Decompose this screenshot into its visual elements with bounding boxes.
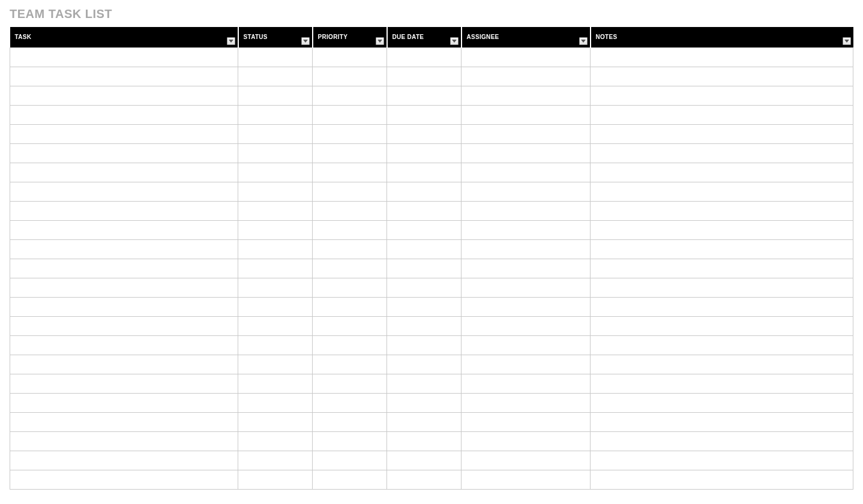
table-cell[interactable]: [238, 67, 313, 86]
table-cell[interactable]: [591, 451, 853, 470]
table-cell[interactable]: [591, 355, 853, 374]
table-cell[interactable]: [462, 335, 591, 355]
table-cell[interactable]: [387, 163, 462, 182]
table-cell[interactable]: [462, 201, 591, 220]
table-cell[interactable]: [591, 124, 853, 143]
table-cell[interactable]: [313, 105, 387, 124]
table-cell[interactable]: [238, 220, 313, 239]
table-cell[interactable]: [238, 316, 313, 335]
table-cell[interactable]: [387, 220, 462, 239]
table-cell[interactable]: [313, 278, 387, 297]
table-cell[interactable]: [387, 278, 462, 297]
table-cell[interactable]: [462, 412, 591, 431]
table-cell[interactable]: [238, 239, 313, 259]
table-cell[interactable]: [462, 431, 591, 451]
table-cell[interactable]: [387, 105, 462, 124]
table-cell[interactable]: [10, 316, 238, 335]
table-cell[interactable]: [387, 47, 462, 67]
table-cell[interactable]: [462, 67, 591, 86]
table-cell[interactable]: [238, 355, 313, 374]
table-cell[interactable]: [591, 47, 853, 67]
table-cell[interactable]: [238, 259, 313, 278]
table-cell[interactable]: [10, 220, 238, 239]
table-cell[interactable]: [462, 297, 591, 316]
table-cell[interactable]: [462, 470, 591, 489]
table-cell[interactable]: [462, 163, 591, 182]
table-cell[interactable]: [10, 412, 238, 431]
table-cell[interactable]: [313, 47, 387, 67]
table-cell[interactable]: [313, 297, 387, 316]
table-cell[interactable]: [387, 374, 462, 393]
table-cell[interactable]: [10, 239, 238, 259]
table-cell[interactable]: [387, 124, 462, 143]
table-cell[interactable]: [238, 412, 313, 431]
table-cell[interactable]: [313, 393, 387, 412]
table-cell[interactable]: [462, 220, 591, 239]
table-cell[interactable]: [591, 182, 853, 201]
table-cell[interactable]: [387, 143, 462, 163]
table-cell[interactable]: [462, 47, 591, 67]
table-cell[interactable]: [10, 201, 238, 220]
table-cell[interactable]: [462, 124, 591, 143]
table-cell[interactable]: [10, 259, 238, 278]
table-cell[interactable]: [238, 47, 313, 67]
table-cell[interactable]: [313, 335, 387, 355]
table-cell[interactable]: [10, 67, 238, 86]
table-cell[interactable]: [313, 316, 387, 335]
table-cell[interactable]: [238, 278, 313, 297]
table-cell[interactable]: [387, 239, 462, 259]
table-cell[interactable]: [591, 470, 853, 489]
table-cell[interactable]: [238, 374, 313, 393]
table-cell[interactable]: [313, 86, 387, 105]
table-cell[interactable]: [313, 182, 387, 201]
table-cell[interactable]: [10, 297, 238, 316]
column-header-notes[interactable]: NOTES: [591, 27, 853, 47]
table-cell[interactable]: [238, 335, 313, 355]
table-cell[interactable]: [591, 201, 853, 220]
table-cell[interactable]: [462, 374, 591, 393]
column-header-priority[interactable]: PRIORITY: [313, 27, 387, 47]
table-cell[interactable]: [10, 163, 238, 182]
table-cell[interactable]: [591, 259, 853, 278]
table-cell[interactable]: [313, 374, 387, 393]
table-cell[interactable]: [462, 355, 591, 374]
table-cell[interactable]: [591, 431, 853, 451]
table-cell[interactable]: [238, 201, 313, 220]
table-cell[interactable]: [591, 67, 853, 86]
table-cell[interactable]: [313, 67, 387, 86]
table-cell[interactable]: [238, 470, 313, 489]
table-cell[interactable]: [387, 316, 462, 335]
table-cell[interactable]: [462, 86, 591, 105]
table-cell[interactable]: [10, 143, 238, 163]
table-cell[interactable]: [591, 105, 853, 124]
table-cell[interactable]: [387, 355, 462, 374]
table-cell[interactable]: [591, 335, 853, 355]
table-cell[interactable]: [387, 201, 462, 220]
table-cell[interactable]: [238, 393, 313, 412]
table-cell[interactable]: [313, 412, 387, 431]
table-cell[interactable]: [591, 297, 853, 316]
column-header-status[interactable]: STATUS: [238, 27, 313, 47]
table-cell[interactable]: [238, 297, 313, 316]
filter-dropdown-priority[interactable]: [376, 37, 384, 45]
table-cell[interactable]: [10, 451, 238, 470]
table-cell[interactable]: [10, 374, 238, 393]
table-cell[interactable]: [10, 393, 238, 412]
table-cell[interactable]: [462, 316, 591, 335]
table-cell[interactable]: [591, 86, 853, 105]
table-cell[interactable]: [387, 470, 462, 489]
table-cell[interactable]: [462, 393, 591, 412]
table-cell[interactable]: [10, 470, 238, 489]
table-cell[interactable]: [462, 451, 591, 470]
filter-dropdown-status[interactable]: [301, 37, 310, 45]
table-cell[interactable]: [462, 182, 591, 201]
table-cell[interactable]: [462, 143, 591, 163]
table-cell[interactable]: [10, 335, 238, 355]
table-cell[interactable]: [591, 163, 853, 182]
table-cell[interactable]: [387, 86, 462, 105]
table-cell[interactable]: [387, 393, 462, 412]
table-cell[interactable]: [313, 239, 387, 259]
table-cell[interactable]: [313, 355, 387, 374]
table-cell[interactable]: [462, 239, 591, 259]
table-cell[interactable]: [313, 220, 387, 239]
